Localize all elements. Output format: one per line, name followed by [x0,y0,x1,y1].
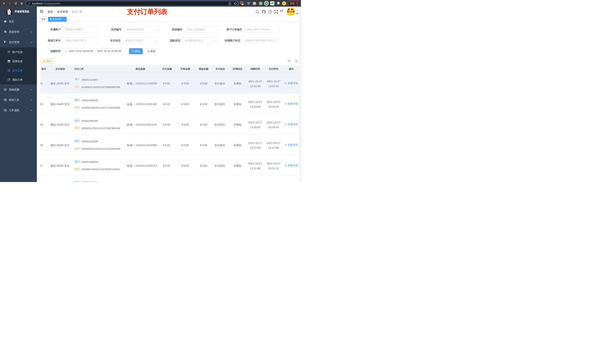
svg-text:¥: ¥ [8,70,10,71]
svg-text:10: 10 [242,3,244,5]
svg-text:?: ? [270,10,271,13]
